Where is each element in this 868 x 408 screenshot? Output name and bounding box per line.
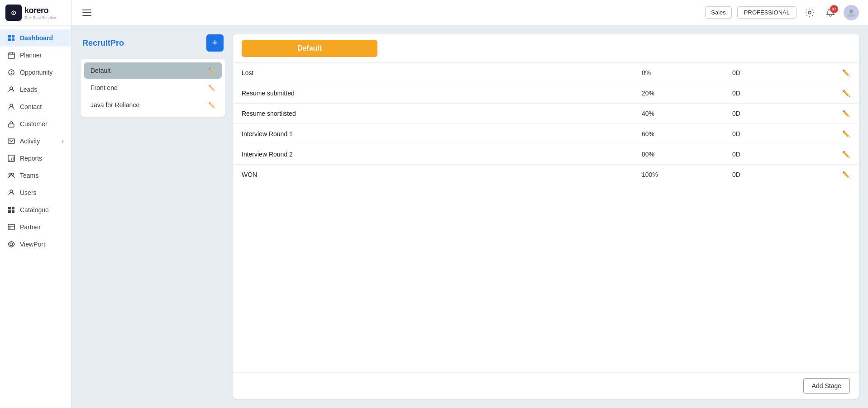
customer-icon xyxy=(7,120,15,128)
sidebar-item-dashboard[interactable]: Dashboard xyxy=(0,29,71,47)
right-panel-footer: Add Stage xyxy=(233,372,859,399)
sidebar-item-viewport[interactable]: ViewPort xyxy=(0,236,71,253)
sidebar-item-customer[interactable]: Customer xyxy=(0,115,71,133)
logo-area: ⊙ korero One Stop Solution xyxy=(0,0,71,26)
stage-edit-icon[interactable]: ✏️ xyxy=(823,171,850,178)
sidebar-item-label: Dashboard xyxy=(20,34,64,42)
sidebar-item-reports[interactable]: Reports xyxy=(0,150,71,167)
sidebar-item-leads[interactable]: Leads xyxy=(0,81,71,98)
hamburger-line xyxy=(82,15,91,16)
edit-icon[interactable]: ✏️ xyxy=(208,67,215,74)
top-header: Sales PROFESSIONAL 37 xyxy=(72,0,868,25)
notifications-button[interactable]: 37 xyxy=(823,5,838,20)
activity-icon xyxy=(7,137,15,145)
sidebar-item-opportunity[interactable]: Opportunity xyxy=(0,64,71,81)
stage-name: Resume submitted xyxy=(242,90,642,97)
sidebar-item-teams[interactable]: Teams xyxy=(0,167,71,184)
sidebar-item-label: Customer xyxy=(20,120,64,128)
stage-edit-icon[interactable]: ✏️ xyxy=(823,151,850,158)
svg-point-11 xyxy=(10,87,13,90)
sidebar-item-users[interactable]: Users xyxy=(0,184,71,201)
svg-point-31 xyxy=(849,9,853,13)
sidebar-item-label: Activity xyxy=(20,138,57,145)
stage-days: 0D xyxy=(732,69,823,76)
sidebar-item-planner[interactable]: Planner xyxy=(0,47,71,64)
sidebar-item-label: Opportunity xyxy=(20,69,64,76)
svg-rect-25 xyxy=(12,210,14,213)
svg-point-30 xyxy=(808,11,811,14)
stage-percentage: 0% xyxy=(642,69,732,76)
hamburger-line xyxy=(82,9,91,10)
panel-title: RecruitPro xyxy=(82,38,124,48)
stage-days: 0D xyxy=(732,130,823,138)
add-stage-button[interactable]: Add Stage xyxy=(803,378,850,394)
active-pipeline-button[interactable]: Default xyxy=(242,40,377,57)
stage-edit-icon[interactable]: ✏️ xyxy=(823,110,850,117)
stage-row: WON 100% 0D ✏️ xyxy=(233,165,859,185)
stage-name: Lost xyxy=(242,69,642,76)
stage-edit-icon[interactable]: ✏️ xyxy=(823,90,850,97)
teams-icon xyxy=(7,171,15,180)
pipeline-label: Java for Reliance xyxy=(91,101,139,109)
stage-row: Resume shortlisted 40% 0D ✏️ xyxy=(233,104,859,124)
sidebar-item-contact[interactable]: Contact xyxy=(0,98,71,115)
pipeline-list: Default ✏️ Front end ✏️ Java for Relianc… xyxy=(81,59,225,117)
svg-rect-23 xyxy=(12,207,14,209)
sales-button[interactable]: Sales xyxy=(705,6,732,19)
contact-icon xyxy=(7,103,15,111)
add-pipeline-button[interactable]: + xyxy=(206,34,224,52)
stage-row: Lost 0% 0D ✏️ xyxy=(233,63,859,83)
leads-icon xyxy=(7,85,15,94)
sidebar-item-label: Users xyxy=(20,189,64,196)
sidebar-item-label: Catalogue xyxy=(20,206,64,213)
hamburger-line xyxy=(82,12,91,13)
svg-point-12 xyxy=(10,104,13,107)
sidebar-item-label: Contact xyxy=(20,103,64,110)
svg-point-29 xyxy=(10,243,13,246)
right-panel-header: Default xyxy=(233,34,859,63)
sidebar-nav: Dashboard Planner Opportunity Leads Cont… xyxy=(0,26,71,256)
svg-rect-0 xyxy=(8,35,11,38)
pipeline-item-default[interactable]: Default ✏️ xyxy=(84,62,222,79)
svg-rect-3 xyxy=(12,38,14,41)
svg-rect-13 xyxy=(9,124,14,127)
stage-days: 0D xyxy=(732,151,823,158)
sidebar: ⊙ korero One Stop Solution Dashboard Pla… xyxy=(0,0,72,408)
stage-edit-icon[interactable]: ✏️ xyxy=(823,130,850,138)
viewport-icon xyxy=(7,240,15,248)
settings-button[interactable] xyxy=(802,5,817,20)
pipeline-item-java[interactable]: Java for Reliance ✏️ xyxy=(84,97,222,113)
stage-days: 0D xyxy=(732,171,823,178)
stage-edit-icon[interactable]: ✏️ xyxy=(823,69,850,76)
user-avatar[interactable] xyxy=(844,5,859,20)
main-area: Sales PROFESSIONAL 37 xyxy=(72,0,868,408)
opportunity-icon xyxy=(7,68,15,76)
sidebar-item-activity[interactable]: Activity ▾ xyxy=(0,133,71,150)
sidebar-item-label: Planner xyxy=(20,52,64,59)
stage-percentage: 100% xyxy=(642,171,732,178)
right-panel: Default Lost 0% 0D ✏️ Resume submitted 2… xyxy=(233,34,859,399)
sidebar-item-partner[interactable]: Partner xyxy=(0,218,71,236)
edit-icon[interactable]: ✏️ xyxy=(208,102,215,109)
professional-button[interactable]: PROFESSIONAL xyxy=(737,6,796,19)
svg-point-10 xyxy=(11,73,12,74)
pipeline-item-frontend[interactable]: Front end ✏️ xyxy=(84,80,222,96)
svg-rect-14 xyxy=(8,139,14,143)
stage-percentage: 20% xyxy=(642,90,732,97)
svg-rect-4 xyxy=(8,53,14,58)
hamburger-menu[interactable] xyxy=(81,8,93,18)
stage-days: 0D xyxy=(732,110,823,117)
stage-days: 0D xyxy=(732,90,823,97)
stages-table: Lost 0% 0D ✏️ Resume submitted 20% 0D ✏️… xyxy=(233,63,859,372)
logo-icon: ⊙ xyxy=(5,5,22,21)
stage-name: Interview Round 1 xyxy=(242,130,642,138)
sidebar-item-catalogue[interactable]: Catalogue xyxy=(0,201,71,218)
pipeline-label: Default xyxy=(91,67,110,74)
app-name: korero xyxy=(24,6,56,15)
svg-rect-24 xyxy=(8,210,11,213)
svg-rect-22 xyxy=(8,207,11,209)
catalogue-icon xyxy=(7,206,15,214)
edit-icon[interactable]: ✏️ xyxy=(208,85,215,91)
stage-name: Interview Round 2 xyxy=(242,151,642,158)
app-tagline: One Stop Solution xyxy=(24,15,56,19)
